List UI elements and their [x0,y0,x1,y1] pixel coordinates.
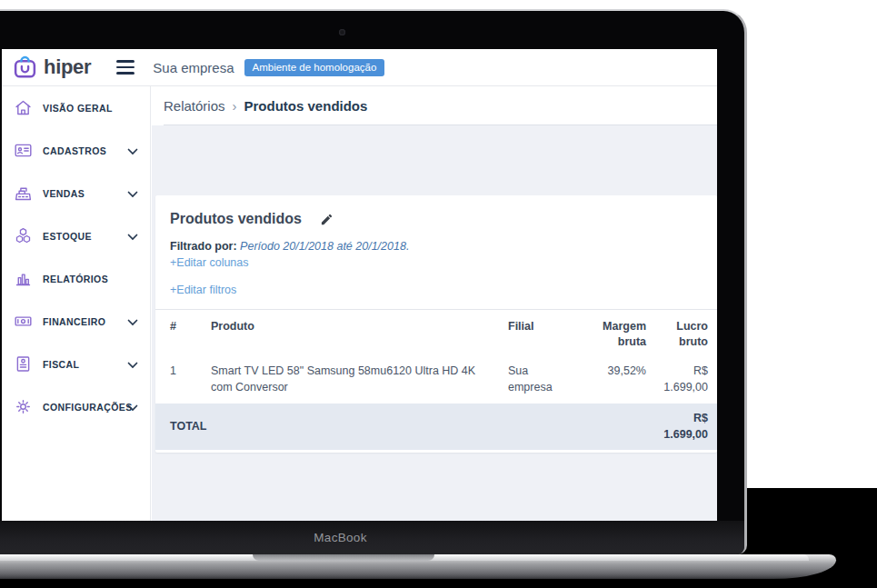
main-content: Relatórios › Produtos vendidos Produtos … [152,86,717,521]
col-header-produto: Produto [197,310,497,356]
cell-index: 1 [155,356,197,404]
hiper-logo[interactable]: hiper [13,55,91,80]
home-icon [14,98,33,117]
total-value: R$ 1.699,00 [646,404,717,450]
col-header-index: # [155,310,197,356]
macbook-thumb-groove [253,554,434,561]
banknote-icon [14,312,33,331]
hiper-logo-icon [13,55,37,80]
chevron-down-icon [127,143,138,159]
app-header: hiper Sua empresa Ambiente de homologaçã… [2,49,717,86]
report-card: Produtos vendidos Filtrado por: Período … [155,195,717,453]
macbook-chin: MacBook [0,521,744,554]
sidebar-item-relatorios[interactable]: RELATÓRIOS [2,257,150,300]
webcam-icon [339,29,345,35]
cell-gross-profit: R$ 1.699,00 [646,356,717,404]
sidebar-item-financeiro[interactable]: FINANCEIRO [2,300,150,343]
total-label: TOTAL [155,404,497,450]
macbook-mockup: hiper Sua empresa Ambiente de homologaçã… [0,0,877,588]
sidebar-item-fiscal[interactable]: FISCAL [2,343,150,385]
macbook-base [0,554,836,579]
sidebar-item-cadastros[interactable]: CADASTROS [2,129,150,172]
table-header-row: # Produto Filial Margem bruta Lucro brut… [155,310,717,356]
chevron-down-icon [127,228,138,244]
cell-gross-margin: 39,52% [588,356,646,404]
company-name: Sua empresa [153,60,234,75]
sidebar-item-vendas[interactable]: VENDAS [2,172,150,214]
breadcrumb-relatorios[interactable]: Relatórios [164,98,225,114]
col-header-filial: Filial [497,310,588,356]
table-row: 1 Smart TV LED 58" Samsung 58mu6120 Ultr… [155,356,717,404]
environment-badge: Ambiente de homologação [244,59,385,76]
receipt-icon [14,354,33,374]
col-header-margem-bruta: Margem bruta [588,310,646,356]
edit-filters-link[interactable]: +Editar filtros [170,284,236,296]
cell-product: Smart TV LED 58" Samsung 58mu6120 Ultra … [197,356,497,404]
chevron-down-icon [127,356,138,373]
chevron-down-icon [127,314,138,330]
products-sold-table: # Produto Filial Margem bruta Lucro brut… [155,309,717,450]
chevron-down-icon [127,399,138,415]
breadcrumb-separator: › [233,98,237,114]
breadcrumb: Relatórios › Produtos vendidos [152,86,717,125]
report-title: Produtos vendidos [170,211,302,227]
macbook-brand-label: MacBook [314,531,366,544]
filter-summary: Filtrado por: Período 20/1/2018 até 20/1… [155,227,717,254]
macbook-screen: hiper Sua empresa Ambiente de homologaçã… [0,9,747,554]
cash-register-icon [14,184,33,203]
edit-pencil-icon[interactable] [320,213,334,226]
table-total-row: TOTAL R$ 1.699,00 [155,404,717,450]
id-card-icon [14,141,33,160]
boxes-icon [14,226,33,245]
sidebar-item-visao-geral[interactable]: VISÃO GERAL [2,86,150,129]
bar-chart-icon [14,269,33,288]
sidebar-item-configuracoes[interactable]: CONFIGURAÇÕES [2,385,150,428]
menu-toggle-icon[interactable] [116,60,135,74]
chevron-down-icon [127,185,138,202]
cell-branch: Sua empresa [497,356,588,404]
sidebar-item-estoque[interactable]: ESTOQUE [2,214,150,257]
app-window: hiper Sua empresa Ambiente de homologaçã… [2,49,717,521]
col-header-lucro-bruto: Lucro bruto [646,310,717,356]
sidebar: VISÃO GERAL CADASTROS VE [2,86,151,521]
edit-columns-link[interactable]: +Editar colunas [170,256,249,269]
gear-icon [14,397,33,416]
page-title: Produtos vendidos [244,98,368,114]
logo-wordmark: hiper [44,55,91,79]
